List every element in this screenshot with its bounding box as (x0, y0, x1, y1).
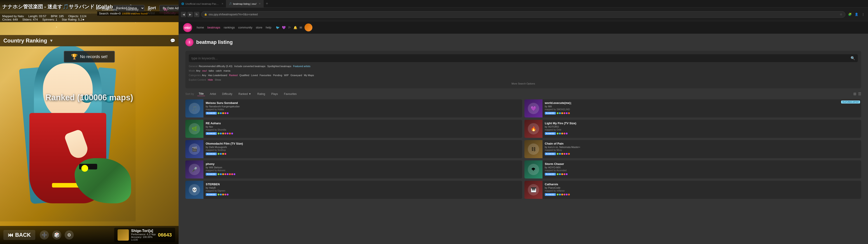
sort-favourites[interactable]: Favourites (283, 92, 298, 96)
beatmap-title-1: Meisou Suru Soroband (206, 101, 520, 104)
cat-any[interactable]: Any (202, 74, 206, 77)
flag-icon: 🏳 (288, 26, 291, 29)
badges-7: RANKED (206, 173, 520, 176)
refresh-browser-btn[interactable]: ↻ (194, 12, 199, 17)
grid-view-btn[interactable]: ⊞ (853, 92, 856, 96)
beatmap-card-3[interactable]: 🌿 RE Aoharu by Nor mapped by Shumilla RA… (185, 120, 522, 138)
add-icon[interactable]: ➕ (40, 231, 49, 240)
cat-leaderboard[interactable]: Has Leaderboard (208, 74, 227, 77)
cat-wip[interactable]: WIP (284, 74, 289, 77)
star-bookmark-icon[interactable]: ☆ (840, 13, 842, 16)
dot-2-7 (220, 173, 222, 175)
beatmap-card-9[interactable]: 💀 STERBEN by HalyB mapped by Digmen RANK… (185, 181, 522, 199)
dot-5-6 (566, 153, 567, 155)
dot-4-3 (224, 133, 226, 134)
notification-icon[interactable]: 🔔 (293, 26, 297, 29)
filter-featured-artists[interactable]: Featured artists (293, 65, 310, 67)
mode-taiko[interactable]: taiko (209, 69, 214, 72)
cat-graveyard[interactable]: Graveyard (290, 74, 302, 77)
nav-help[interactable]: help (266, 26, 272, 29)
badges-10: RANKED (545, 193, 859, 196)
beatmap-card-4[interactable]: 🔥 Light My Fire (TV Size) by HOTORO mapp… (524, 120, 861, 138)
sort-artist[interactable]: Artist (209, 92, 217, 96)
beatmap-card-6[interactable]: ⛓ Chain of Pain by kors k vs. Nekomata M… (524, 140, 861, 158)
sort-title[interactable]: Title (197, 92, 205, 96)
osu-logo[interactable]: osu! (183, 23, 192, 32)
diff-dots-8 (557, 173, 567, 175)
new-tab-button[interactable]: + (264, 0, 271, 7)
page-title: beatmap listing (196, 39, 232, 45)
address-bar[interactable]: 🔒 osu.ppy.sh/beatmapsets?m=0&s=ranked ☆ (201, 11, 845, 18)
sort-ranked[interactable]: Ranked ▼ (237, 92, 253, 96)
cat-pending[interactable]: Pending (273, 74, 282, 77)
back-button[interactable]: ⏮ BACK (3, 230, 35, 240)
profile-icon[interactable]: 👤 (854, 12, 859, 17)
cat-loved[interactable]: Loved (251, 74, 258, 77)
browser-right-icons: 🧩 👤 ⋮ (847, 12, 866, 17)
beatmap-card-1[interactable]: 🎵 Meisou Suru Soroband by Nanaboshi Kang… (185, 99, 522, 118)
beatmap-artist-5: by Dahi Musugoshi (206, 146, 520, 148)
mode-osu[interactable]: osu! (202, 69, 207, 72)
options-icon[interactable]: ⚙ (65, 231, 74, 240)
mode-any[interactable]: Any (196, 69, 200, 72)
sort-plays[interactable]: Plays (270, 92, 279, 96)
beatmap-info-6: Chain of Pain by kors k vs. Nekomata Mas… (542, 140, 861, 158)
tab2-close[interactable]: ✕ (259, 2, 260, 5)
tab1-close[interactable]: ✕ (221, 2, 223, 5)
extensions-icon[interactable]: 🧩 (847, 12, 852, 17)
beatmap-info-1: Meisou Suru Soroband by Nanaboshi Kangen… (204, 99, 522, 118)
sort-rating[interactable]: Rating (256, 92, 267, 96)
ranked-badge-6: RANKED (545, 152, 556, 155)
user-avatar-nav[interactable] (305, 24, 312, 31)
dot-normal-1 (220, 112, 222, 114)
filter-converted[interactable]: Include converted beatmaps (234, 65, 266, 67)
browser-tab-2[interactable]: 🎵 beatmap listing | osu! ✕ (226, 0, 264, 7)
dot-4-9 (224, 194, 226, 195)
mode-mania[interactable]: mania (223, 69, 230, 72)
search-matches: 100006 matches found! (122, 12, 148, 15)
filter-spotlighted[interactable]: Spotlighted beatmaps (267, 65, 291, 67)
beatmap-card-5[interactable]: 🎬 Otomodachi Film (TV Size) by Dahi Musu… (185, 140, 522, 158)
nav-community[interactable]: community (238, 26, 252, 29)
settings-icon2[interactable]: 🎲 (52, 231, 61, 240)
sort-difficulty[interactable]: Difficulty (221, 92, 234, 96)
bpm-info: BPM: 185 (51, 14, 64, 18)
discord-icon[interactable]: 💜 (282, 26, 286, 29)
cat-favourites[interactable]: Favourites (260, 74, 271, 77)
cat-mymaps[interactable]: My Maps (304, 74, 314, 77)
chat-icon[interactable]: 💬 (170, 38, 175, 43)
beatmap-card-10[interactable]: 🎹 Catharsis by PianoCode mapped by relfa… (524, 181, 861, 199)
messages-icon[interactable]: ✉ (300, 26, 302, 29)
beatmap-card-8[interactable]: 🌪 Storm Chaser by HOYO-MIX mapped by Asc… (524, 160, 861, 179)
cat-qualified[interactable]: Qualified (239, 74, 249, 77)
search-bar: Search: mode=0 100006 matches found! (97, 11, 179, 16)
nav-rankings[interactable]: rankings (224, 26, 235, 29)
explicit-show[interactable]: Show (215, 79, 221, 81)
country-ranking-arrow[interactable]: ▼ (49, 38, 53, 43)
filter-recommended[interactable]: Recommended difficulty (5.43) (199, 65, 232, 67)
osu-right-nav: 🐦 💜 🏳 🔔 ✉ (276, 24, 312, 31)
forward-browser-btn[interactable]: ▶ (187, 12, 193, 17)
explicit-hide[interactable]: Hide (208, 79, 213, 81)
mode-catch[interactable]: catch (216, 69, 222, 72)
back-label: BACK (15, 232, 31, 238)
back-browser-btn[interactable]: ◀ (181, 12, 186, 17)
twitter-icon[interactable]: 🐦 (276, 26, 280, 29)
beatmap-card-2[interactable]: 💜 FEATURED ARTIST world.execute(me); by … (524, 99, 861, 118)
dot-2-8 (559, 173, 561, 175)
menu-dots-icon[interactable]: ⋮ (860, 12, 866, 17)
search-input-row[interactable]: type in keywords... 🔍 (189, 54, 858, 62)
beatmap-artist-3: by Nor (206, 125, 520, 128)
browser-tab-1[interactable]: 🌐 Unofficial osu! beatmap Pack ... ✕ (179, 0, 226, 7)
beatmap-mapper-2: mapped by SMOKELIND (545, 108, 859, 111)
beatmap-card-7[interactable]: 🎤 phony by Will Stetson mapped by Astron… (185, 160, 522, 179)
search-magnifier-icon[interactable]: 🔍 (850, 56, 855, 60)
nav-beatmaps[interactable]: beatmaps (208, 26, 220, 29)
more-search-options-btn[interactable]: More Search Options (189, 82, 858, 85)
cat-ranked[interactable]: Ranked (229, 74, 238, 77)
list-view-btn[interactable]: ☰ (858, 92, 861, 96)
dot-2-4 (559, 133, 561, 134)
nav-store[interactable]: store (256, 26, 262, 29)
nav-home[interactable]: home (197, 26, 204, 29)
osu-nav-links: home beatmaps rankings community store h… (197, 26, 271, 29)
